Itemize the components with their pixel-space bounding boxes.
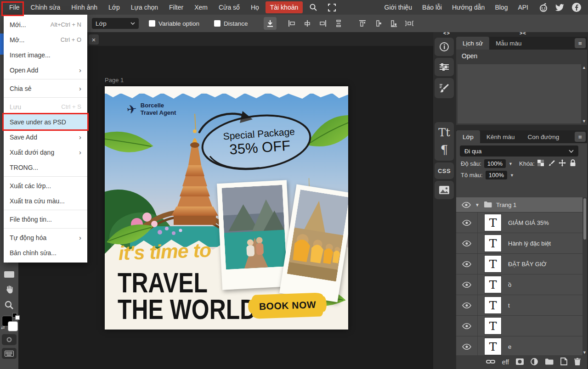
variable-option-checkbox[interactable]: Variable option (149, 20, 199, 27)
file-menu-item-5[interactable]: Chia sẻ› (4, 81, 87, 96)
history-panel-menu-icon[interactable]: ≡ (575, 38, 586, 48)
adjustments-panel-button[interactable] (435, 58, 454, 76)
menu-item-xem[interactable]: Xem (190, 1, 212, 13)
facebook-icon[interactable] (571, 2, 582, 12)
menu-item-hình-ảnh[interactable]: Hình ảnh (67, 1, 102, 13)
layer-mode-select[interactable]: Lớp (92, 18, 139, 29)
lock-position-icon[interactable] (559, 159, 566, 168)
layer-effects-button[interactable]: eff (502, 358, 509, 366)
layer-row[interactable]: T (456, 316, 587, 336)
layer-row[interactable]: TGIẢM GIÁ 35% (456, 212, 587, 233)
file-menu-item-2[interactable]: Insert image... (4, 47, 87, 62)
hand-tool-icon[interactable] (0, 283, 18, 296)
visibility-eye-icon[interactable] (456, 316, 478, 336)
shape-tool-icon[interactable] (0, 268, 18, 281)
menu-link-0[interactable]: Giới thiệu (384, 1, 413, 13)
distance-checkbox[interactable]: Distance (214, 20, 248, 27)
align-h-centers-icon[interactable] (301, 17, 313, 29)
brush-panel-button[interactable] (435, 78, 454, 98)
distribute-v-icon[interactable] (333, 17, 345, 29)
zoom-tool-icon[interactable] (0, 298, 18, 312)
keyboard-shortcuts-button[interactable] (2, 348, 17, 359)
distribute-h-icon[interactable] (403, 17, 415, 29)
file-menu-item-19[interactable]: Bản chỉnh sửa... (4, 245, 87, 260)
add-mask-icon[interactable] (516, 358, 524, 366)
file-menu-item-1[interactable]: Mở...Ctrl + O (4, 32, 87, 47)
group-expand-icon[interactable]: ▼ (475, 202, 480, 207)
layer-thumbnail[interactable]: T (478, 235, 508, 252)
character-paragraph-panel-button[interactable]: Tt ¶ (435, 122, 454, 161)
fill-value[interactable]: 100% (486, 171, 507, 179)
blend-mode-select[interactable]: Đi qua (460, 145, 578, 157)
opacity-value[interactable]: 100% (484, 159, 506, 168)
quick-mask-button[interactable] (2, 334, 17, 345)
menu-item-họ[interactable]: Họ (246, 1, 264, 13)
menu-item-lớp[interactable]: Lớp (104, 1, 124, 13)
background-color-swatch[interactable] (8, 321, 18, 331)
opacity-dropdown-icon[interactable]: ▼ (509, 162, 513, 166)
layer-row[interactable]: THành lý đặc biệt (456, 233, 587, 254)
layer-name[interactable]: t (508, 302, 510, 309)
swap-colors-icon[interactable]: ⇄ (1, 325, 5, 330)
file-menu-item-13[interactable]: Xuất các lớp... (4, 178, 87, 193)
layer-name[interactable]: ồ (508, 281, 511, 288)
delete-layer-icon[interactable] (574, 358, 581, 367)
tab-layers[interactable]: Lớp (456, 130, 480, 143)
properties-panel-button[interactable] (435, 38, 454, 56)
reddit-icon[interactable] (538, 2, 548, 12)
menu-link-2[interactable]: Hướng dẫn (452, 1, 485, 13)
visibility-eye-icon[interactable] (456, 212, 478, 233)
fill-dropdown-icon[interactable]: ▼ (510, 173, 514, 178)
layers-panel-menu-icon[interactable]: ≡ (575, 132, 586, 142)
history-entry[interactable]: Open (456, 50, 587, 62)
menu-link-4[interactable]: API (518, 1, 528, 13)
layer-name[interactable]: e (508, 343, 511, 350)
tab-swatches[interactable]: Mẫu màu (489, 37, 528, 50)
canvas-artboard[interactable]: ✈ Borcelle Travel Agent Special Package … (105, 86, 348, 330)
layer-name[interactable]: Hành lý đặc biệt (508, 240, 551, 247)
file-menu-item-0[interactable]: Mới...Alt+Ctrl + N (4, 17, 87, 32)
visibility-eye-icon[interactable] (462, 202, 471, 208)
layer-row[interactable]: TĐẶT BÂY GIỜ (456, 254, 587, 274)
visibility-eye-icon[interactable] (456, 295, 478, 315)
menu-item-chỉnh-sửa[interactable]: Chỉnh sửa (26, 1, 65, 13)
fullscreen-icon[interactable] (326, 1, 338, 13)
visibility-eye-icon[interactable] (456, 336, 478, 355)
layer-thumbnail[interactable]: T (478, 296, 508, 314)
lock-all-icon[interactable] (570, 159, 576, 168)
lock-pixels-icon[interactable] (548, 160, 555, 168)
file-menu-item-14[interactable]: Xuất tra cứu màu... (4, 193, 87, 208)
layer-thumbnail[interactable]: T (478, 276, 508, 293)
search-icon[interactable] (307, 1, 319, 13)
align-right-edges-icon[interactable] (317, 17, 329, 29)
new-layer-icon[interactable] (560, 358, 567, 367)
menu-item-tài-khoản[interactable]: Tài khoản (266, 1, 303, 13)
place-image-button[interactable] (264, 17, 277, 30)
layer-thumbnail[interactable]: T (478, 214, 508, 231)
align-v-centers-icon[interactable] (372, 17, 384, 29)
scrollbar-thumb[interactable] (583, 198, 586, 240)
visibility-eye-icon[interactable] (456, 274, 478, 295)
twitter-icon[interactable] (555, 2, 565, 12)
visibility-eye-icon[interactable] (456, 233, 478, 253)
lock-transparency-icon[interactable] (537, 160, 544, 168)
file-menu-item-8[interactable]: Save under as PSD (4, 114, 87, 129)
visibility-eye-icon[interactable] (456, 254, 478, 274)
menu-link-1[interactable]: Báo lỗi (422, 1, 442, 13)
file-menu-item-18[interactable]: Tự động hóa› (4, 230, 87, 245)
layer-name[interactable]: GIẢM GIÁ 35% (508, 219, 549, 226)
align-bottom-icon[interactable] (388, 17, 400, 29)
tab-close-button[interactable]: × (89, 34, 99, 45)
menu-item-cửa-sổ[interactable]: Cửa sổ (214, 1, 244, 13)
link-layers-icon[interactable] (486, 359, 495, 366)
tab-channels[interactable]: Kênh màu (480, 130, 521, 143)
default-background-swatch[interactable] (15, 315, 20, 320)
file-menu-item-9[interactable]: Save Add› (4, 129, 87, 145)
file-menu-item-10[interactable]: Xuất dưới dạng› (4, 145, 87, 160)
color-swatches[interactable]: ⇄ (1, 313, 18, 332)
css-panel-button[interactable]: CSS (435, 162, 454, 179)
layer-row[interactable]: Te (456, 336, 587, 355)
layer-group-row[interactable]: ▼ Trang 1 (456, 197, 587, 212)
file-menu-item-3[interactable]: Open Add› (4, 62, 87, 78)
scroll-down-icon[interactable]: ▼ (582, 119, 586, 123)
